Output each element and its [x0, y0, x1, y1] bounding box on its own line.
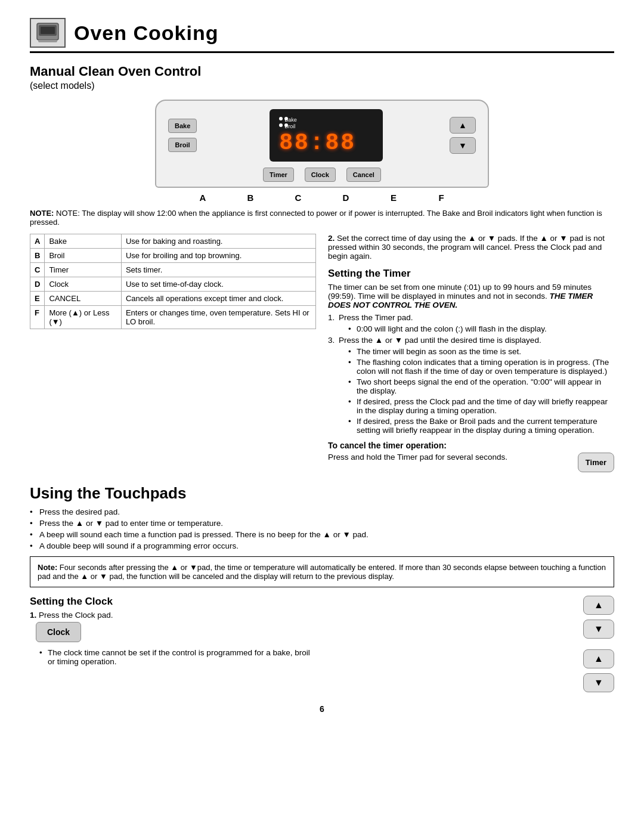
broil-indicator: Broil [279, 122, 290, 128]
table-row: ABakeUse for baking and roasting. [30, 234, 316, 249]
side-arrows: ▲ ▼ ▲ ▼ [328, 596, 614, 692]
label-e: E [370, 193, 417, 203]
row-key: F [30, 306, 45, 329]
panel-left-buttons: Bake Broil [168, 119, 197, 152]
touchpads-bullets: Press the desired pad. Press the ▲ or ▼ … [30, 507, 614, 550]
timer-sub-2-2: The flashing colon indicates that a timi… [348, 358, 614, 376]
timer-sub-2-1: The timer will begin as soon as the time… [348, 347, 614, 356]
row-item: More (▲) or Less (▼) [45, 306, 121, 329]
bake-left-btn[interactable]: Bake [168, 119, 197, 133]
timer-step-2-sub: The timer will begin as soon as the time… [348, 347, 614, 435]
row-key: A [30, 234, 45, 249]
page-header: Oven Cooking [30, 18, 614, 53]
page-title: Oven Cooking [74, 21, 218, 45]
clock-step1-content: 1. Press the Clock pad. Clock The clock … [30, 611, 316, 668]
row-desc: Cancels all operations except timer and … [121, 292, 315, 306]
timer-steps-list: Press the Timer pad. 0:00 will light and… [328, 313, 614, 435]
touchpads-section: Using the Touchpads Press the desired pa… [30, 484, 614, 587]
clock-sub-bullets: The clock time cannot be set if the cont… [39, 648, 316, 666]
panel-right-arrows: ▲ ▼ [450, 117, 476, 154]
main-note: NOTE: NOTE: The display will show 12:00 … [30, 209, 614, 227]
row-item: Broil [45, 249, 121, 263]
row-desc: Use for broiling and top browning. [121, 249, 315, 263]
row-item: Timer [45, 263, 121, 277]
timer-sub-1-1: 0:00 will light and the colon (:) will f… [348, 324, 614, 333]
label-d: D [322, 193, 370, 203]
section-manual-clean: Manual Clean Oven Control (select models… [30, 64, 614, 91]
note-label: NOTE: [30, 209, 54, 218]
step2-content: Set the correct time of day using the ▲ … [328, 234, 605, 261]
timer-sub-2-3: Two short beeps signal the end of the op… [348, 377, 614, 395]
table-row: BBroilUse for broiling and top browning. [30, 249, 316, 263]
panel-bottom-buttons: Timer Clock Cancel [168, 168, 476, 182]
timer-side-btn-cancel[interactable]: Timer [578, 453, 614, 472]
touchpad-bullet-4: A double beep will sound if a programmin… [30, 541, 614, 550]
touchpad-note-text: Four seconds after pressing the ▲ or ▼pa… [38, 563, 606, 581]
clock-step1-text: 1. Press the Clock pad. [30, 611, 316, 620]
row-key: E [30, 292, 45, 306]
table-row: DClockUse to set time-of-day clock. [30, 277, 316, 292]
clock-panel-btn[interactable]: Clock [305, 168, 336, 182]
down-arrow-btn[interactable]: ▼ [450, 137, 476, 154]
label-f: F [417, 193, 465, 203]
cancel-section: To cancel the timer operation: Press and… [328, 441, 614, 476]
timer-panel-btn[interactable]: Timer [263, 168, 294, 182]
manual-clean-subtitle: (select models) [30, 80, 614, 91]
right-arrows-section: ▲ ▼ ▲ ▼ [328, 596, 614, 692]
manual-clean-title: Manual Clean Oven Control [30, 64, 614, 79]
display-digits: 88:88 [279, 130, 356, 156]
broil-left-btn[interactable]: Broil [168, 138, 197, 152]
table-row: CTimerSets timer. [30, 263, 316, 277]
table-row: ECANCELCancels all operations except tim… [30, 292, 316, 306]
clock-title: Setting the Clock [30, 596, 316, 608]
right-down-arrow-2[interactable]: ▼ [583, 673, 614, 692]
right-column: 2. Set the correct time of day using the… [328, 234, 614, 476]
right-down-arrow[interactable]: ▼ [583, 620, 614, 639]
cancel-desc: Press and hold the Timer pad for several… [328, 453, 572, 462]
row-item: Bake [45, 234, 121, 249]
control-panel: Bake Broil Bake Broil 88:88 ▲ ▼ Timer Cl… [155, 100, 489, 188]
row-key: C [30, 263, 45, 277]
timer-step-1-sub: 0:00 will light and the colon (:) will f… [348, 324, 614, 333]
two-col-section: ABakeUse for baking and roasting.BBroilU… [30, 234, 614, 476]
timer-step-2: Press the ▲ or ▼ pad until the desired t… [328, 336, 614, 435]
svg-rect-2 [41, 27, 55, 34]
display-labels: Bake Broil [279, 115, 290, 128]
right-up-arrow-2[interactable]: ▲ [583, 649, 614, 668]
clock-sub-1: The clock time cannot be set if the cont… [39, 648, 316, 666]
label-b: B [227, 193, 274, 203]
oven-icon [30, 18, 66, 48]
timer-desc: The timer can be set from one minute (:0… [328, 283, 614, 309]
touchpad-bullet-2: Press the ▲ or ▼ pad to enter time or te… [30, 519, 614, 528]
row-item: CANCEL [45, 292, 121, 306]
timer-sub-2-5: If desired, press the Bake or Broil pads… [348, 417, 614, 435]
setting-timer-title: Setting the Timer [328, 268, 614, 280]
cancel-panel-btn[interactable]: Cancel [346, 168, 381, 182]
row-key: D [30, 277, 45, 292]
clock-btn-display[interactable]: Clock [36, 622, 81, 642]
touchpads-title: Using the Touchpads [30, 484, 614, 503]
function-table: ABakeUse for baking and roasting.BBroilU… [30, 234, 316, 329]
row-desc: Sets timer. [121, 263, 315, 277]
note-content: NOTE: The display will show 12:00 when t… [30, 209, 602, 227]
timer-step-1: Press the Timer pad. 0:00 will light and… [328, 313, 614, 333]
bottom-section: Setting the Clock 1. Press the Clock pad… [30, 596, 614, 692]
touchpad-note-box: Note: Four seconds after pressing the ▲ … [30, 556, 614, 587]
timer-sub-2-4: If desired, press the Clock pad and the … [348, 397, 614, 415]
table-row: FMore (▲) or Less (▼)Enters or changes t… [30, 306, 316, 329]
panel-labels-row: A B C D E F [30, 193, 614, 203]
left-column: ABakeUse for baking and roasting.BBroilU… [30, 234, 316, 476]
row-item: Clock [45, 277, 121, 292]
step2-text: 2. Set the correct time of day using the… [328, 234, 614, 261]
panel-diagram: Bake Broil Bake Broil 88:88 ▲ ▼ Timer Cl… [30, 100, 614, 188]
page-number: 6 [30, 704, 614, 714]
label-c: C [274, 193, 322, 203]
clock-section: Setting the Clock 1. Press the Clock pad… [30, 596, 316, 692]
bake-indicator: Bake [279, 115, 290, 121]
display-area: Bake Broil 88:88 [270, 109, 383, 162]
row-desc: Use to set time-of-day clock. [121, 277, 315, 292]
label-a: A [179, 193, 227, 203]
right-up-arrow[interactable]: ▲ [583, 596, 614, 615]
up-arrow-btn[interactable]: ▲ [450, 117, 476, 134]
cancel-title: To cancel the timer operation: [328, 441, 447, 450]
